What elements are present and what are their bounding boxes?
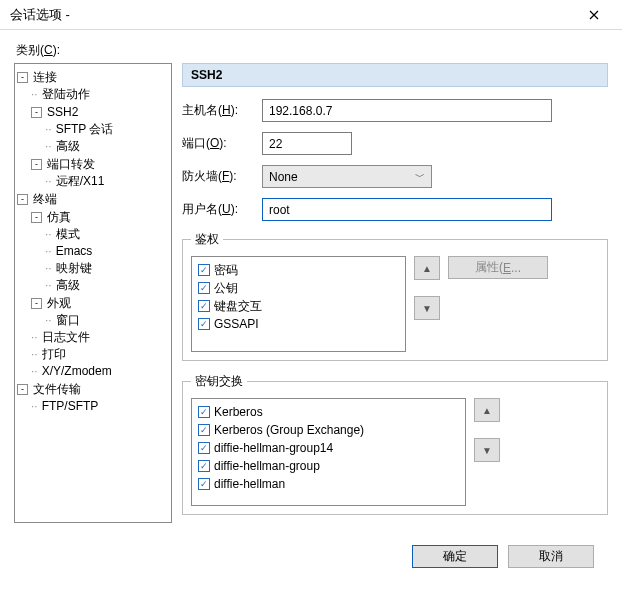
tree-node-filetransfer[interactable]: -文件传输 bbox=[17, 381, 81, 398]
triangle-down-icon: ▼ bbox=[422, 303, 432, 314]
collapse-icon[interactable]: - bbox=[17, 384, 28, 395]
auth-move-up-button[interactable]: ▲ bbox=[414, 256, 440, 280]
collapse-icon[interactable]: - bbox=[31, 212, 42, 223]
collapse-icon[interactable]: - bbox=[31, 107, 42, 118]
tree-node-remote-x11[interactable]: ··远程/X11 bbox=[45, 173, 104, 190]
collapse-icon[interactable]: - bbox=[31, 298, 42, 309]
tree-node-connection[interactable]: -连接 bbox=[17, 69, 57, 86]
kex-item-dh14[interactable]: ✓diffie-hellman-group14 bbox=[198, 439, 459, 457]
tree-node-term-advanced[interactable]: ··高级 bbox=[45, 277, 80, 294]
tree-node-logon[interactable]: ··登陆动作 bbox=[31, 86, 90, 103]
collapse-icon[interactable]: - bbox=[31, 159, 42, 170]
checkbox-checked-icon: ✓ bbox=[198, 406, 210, 418]
titlebar: 会话选项 - bbox=[0, 0, 622, 30]
auth-item-publickey[interactable]: ✓公钥 bbox=[198, 279, 399, 297]
firewall-select[interactable]: None ﹀ bbox=[262, 165, 432, 188]
checkbox-checked-icon: ✓ bbox=[198, 442, 210, 454]
host-label: 主机名(H): bbox=[182, 102, 262, 119]
cancel-button[interactable]: 取消 bbox=[508, 545, 594, 568]
close-icon bbox=[589, 10, 599, 20]
kex-move-down-button[interactable]: ▼ bbox=[474, 438, 500, 462]
auth-item-keyboard[interactable]: ✓键盘交互 bbox=[198, 297, 399, 315]
kex-item-kerberos-ge[interactable]: ✓Kerberos (Group Exchange) bbox=[198, 421, 459, 439]
tree-node-keymap[interactable]: ··映射键 bbox=[45, 260, 92, 277]
tree-node-sftp-session[interactable]: ··SFTP 会话 bbox=[45, 121, 113, 138]
tree-node-appearance[interactable]: -外观 bbox=[31, 295, 71, 312]
triangle-up-icon: ▲ bbox=[482, 405, 492, 416]
auth-legend: 鉴权 bbox=[191, 231, 223, 248]
kex-move-up-button[interactable]: ▲ bbox=[474, 398, 500, 422]
kex-group: 密钥交换 ✓Kerberos ✓Kerberos (Group Exchange… bbox=[182, 373, 608, 515]
tree-node-ssh2-advanced[interactable]: ··高级 bbox=[45, 138, 80, 155]
tree-node-ssh2[interactable]: -SSH2 bbox=[31, 104, 78, 121]
auth-properties-button[interactable]: 属性(E... bbox=[448, 256, 548, 279]
category-label: 类别(C): bbox=[16, 42, 608, 59]
tree-node-ftpsftp[interactable]: ··FTP/SFTP bbox=[31, 398, 98, 415]
tree-node-port-forward[interactable]: -端口转发 bbox=[31, 156, 95, 173]
collapse-icon[interactable]: - bbox=[17, 194, 28, 205]
auth-item-gssapi[interactable]: ✓GSSAPI bbox=[198, 315, 399, 333]
panel-header: SSH2 bbox=[182, 63, 608, 87]
triangle-up-icon: ▲ bbox=[422, 263, 432, 274]
checkbox-checked-icon: ✓ bbox=[198, 282, 210, 294]
kex-listbox[interactable]: ✓Kerberos ✓Kerberos (Group Exchange) ✓di… bbox=[191, 398, 466, 506]
checkbox-checked-icon: ✓ bbox=[198, 460, 210, 472]
ok-button[interactable]: 确定 bbox=[412, 545, 498, 568]
checkbox-checked-icon: ✓ bbox=[198, 318, 210, 330]
tree-node-xyzmodem[interactable]: ··X/Y/Zmodem bbox=[31, 363, 112, 380]
firewall-value: None bbox=[269, 170, 298, 184]
tree-node-emacs[interactable]: ··Emacs bbox=[45, 243, 92, 260]
username-input[interactable] bbox=[262, 198, 552, 221]
collapse-icon[interactable]: - bbox=[17, 72, 28, 83]
kex-item-dh[interactable]: ✓diffie-hellman bbox=[198, 475, 459, 493]
tree-node-terminal[interactable]: -终端 bbox=[17, 191, 57, 208]
tree-node-mode[interactable]: ··模式 bbox=[45, 226, 80, 243]
tree-node-print[interactable]: ··打印 bbox=[31, 346, 66, 363]
host-input[interactable] bbox=[262, 99, 552, 122]
triangle-down-icon: ▼ bbox=[482, 445, 492, 456]
tree-node-window[interactable]: ··窗口 bbox=[45, 312, 80, 329]
port-label: 端口(O): bbox=[182, 135, 262, 152]
chevron-down-icon: ﹀ bbox=[415, 170, 425, 184]
port-input[interactable] bbox=[262, 132, 352, 155]
auth-listbox[interactable]: ✓密码 ✓公钥 ✓键盘交互 ✓GSSAPI bbox=[191, 256, 406, 352]
kex-legend: 密钥交换 bbox=[191, 373, 247, 390]
kex-item-kerberos[interactable]: ✓Kerberos bbox=[198, 403, 459, 421]
close-button[interactable] bbox=[572, 1, 616, 29]
auth-move-down-button[interactable]: ▼ bbox=[414, 296, 440, 320]
checkbox-checked-icon: ✓ bbox=[198, 264, 210, 276]
checkbox-checked-icon: ✓ bbox=[198, 424, 210, 436]
auth-group: 鉴权 ✓密码 ✓公钥 ✓键盘交互 ✓GSSAPI ▲ ▼ 属性(E... bbox=[182, 231, 608, 361]
checkbox-checked-icon: ✓ bbox=[198, 478, 210, 490]
tree-node-emulation[interactable]: -仿真 bbox=[31, 209, 71, 226]
checkbox-checked-icon: ✓ bbox=[198, 300, 210, 312]
tree-node-logfile[interactable]: ··日志文件 bbox=[31, 329, 90, 346]
category-tree[interactable]: -连接 ··登陆动作 -SSH2 ··SFTP 会话 ··高级 -端口转发 bbox=[14, 63, 172, 523]
window-title: 会话选项 - bbox=[10, 6, 70, 24]
kex-item-dhgroup[interactable]: ✓diffie-hellman-group bbox=[198, 457, 459, 475]
auth-item-password[interactable]: ✓密码 bbox=[198, 261, 399, 279]
username-label: 用户名(U): bbox=[182, 201, 262, 218]
firewall-label: 防火墙(F): bbox=[182, 168, 262, 185]
